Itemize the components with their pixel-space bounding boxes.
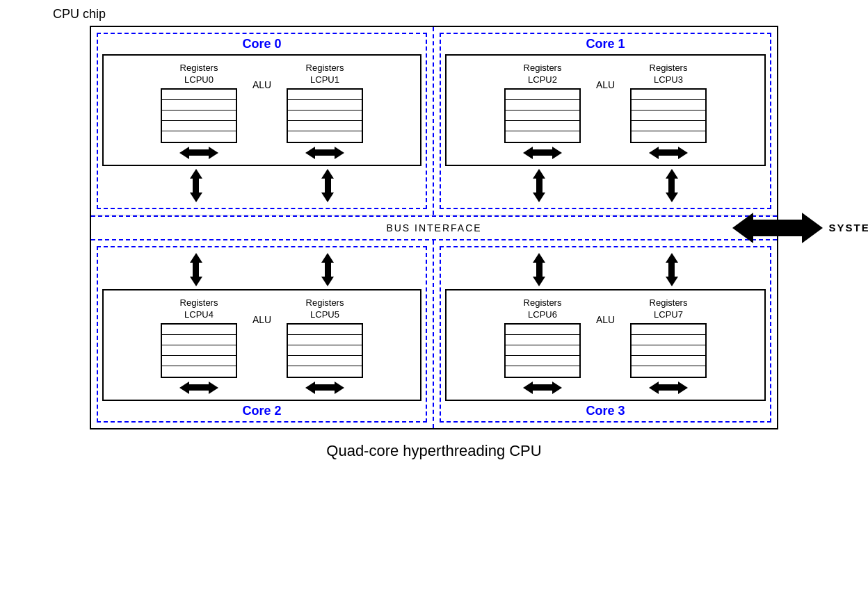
sys-bus-arrow-right-head bbox=[802, 213, 823, 243]
core1-v-arrows bbox=[445, 166, 766, 205]
core1-inner: RegistersLCPU2 bbox=[445, 54, 766, 166]
core3-inner: RegistersLCPU6 bbox=[445, 289, 766, 401]
lcpu0-h-arrow bbox=[179, 147, 218, 159]
lcpu7-registers bbox=[630, 323, 707, 378]
core2-border: RegistersLCPU4 bbox=[97, 246, 427, 423]
core1-varrow-right bbox=[666, 169, 678, 202]
top-cores-row: Core 0 RegistersLCPU0 bbox=[91, 27, 777, 215]
core0-alu-label: ALU bbox=[243, 63, 281, 90]
core0-varrow-right bbox=[321, 169, 334, 202]
lcpu4-label: RegistersLCPU4 bbox=[180, 297, 218, 321]
core1-varrow-left bbox=[533, 169, 545, 202]
core2-label: Core 2 bbox=[102, 404, 421, 418]
core1-alu-label: ALU bbox=[586, 63, 625, 90]
lcpu7-h-arrow bbox=[649, 382, 688, 394]
core0-region: Core 0 RegistersLCPU0 bbox=[91, 27, 434, 215]
core3-label: Core 3 bbox=[445, 404, 766, 418]
core3-border: RegistersLCPU6 bbox=[440, 246, 771, 423]
core1-label: Core 1 bbox=[445, 37, 766, 51]
lcpu3-label: RegistersLCPU3 bbox=[650, 63, 688, 86]
lcpu6-label: RegistersLCPU6 bbox=[524, 297, 562, 321]
core3-alu-label: ALU bbox=[586, 297, 625, 325]
core2-v-arrows-top bbox=[102, 250, 421, 289]
system-bus-arrow-group: SYSTEM BUS bbox=[732, 213, 868, 243]
core3-varrow-left bbox=[533, 253, 545, 286]
core0-label: Core 0 bbox=[102, 37, 421, 51]
core2-inner: RegistersLCPU4 bbox=[102, 289, 421, 401]
lcpu7-label: RegistersLCPU7 bbox=[650, 297, 688, 321]
lcpu0-registers bbox=[161, 88, 237, 143]
lcpu3-block: RegistersLCPU3 bbox=[630, 63, 707, 159]
lcpu5-block: RegistersLCPU5 bbox=[287, 297, 363, 394]
core2-varrow-right bbox=[321, 253, 334, 286]
lcpu6-h-arrow bbox=[523, 382, 562, 394]
lcpu5-registers bbox=[287, 323, 363, 378]
sys-bus-arrow-shaft bbox=[753, 220, 802, 236]
lcpu1-label: RegistersLCPU1 bbox=[306, 63, 344, 86]
core1-border: Core 1 RegistersLCPU2 bbox=[440, 33, 771, 209]
lcpu6-block: RegistersLCPU6 bbox=[504, 297, 581, 394]
lcpu2-registers bbox=[504, 88, 581, 143]
bus-interface-label: BUS INTERFACE bbox=[386, 222, 481, 234]
lcpu4-h-arrow bbox=[179, 382, 218, 394]
core3-varrow-right bbox=[666, 253, 678, 286]
core2-alu-label: ALU bbox=[243, 297, 281, 325]
core0-varrow-left bbox=[190, 169, 202, 202]
core0-border: Core 0 RegistersLCPU0 bbox=[97, 33, 427, 209]
core0-inner: RegistersLCPU0 bbox=[102, 54, 421, 166]
lcpu0-block: RegistersLCPU0 bbox=[161, 63, 237, 159]
lcpu5-h-arrow bbox=[305, 382, 344, 394]
lcpu2-block: RegistersLCPU2 bbox=[504, 63, 581, 159]
core1-region: Core 1 RegistersLCPU2 bbox=[434, 27, 777, 215]
lcpu2-label: RegistersLCPU2 bbox=[524, 63, 562, 86]
lcpu3-h-arrow bbox=[649, 147, 688, 159]
lcpu1-h-arrow bbox=[305, 147, 344, 159]
lcpu1-registers bbox=[287, 88, 363, 143]
core2-varrow-left bbox=[190, 253, 202, 286]
core3-v-arrows-top bbox=[445, 250, 766, 289]
bottom-cores-row: RegistersLCPU4 bbox=[91, 240, 777, 428]
bottom-caption: Quad-core hyperthreading CPU bbox=[51, 442, 817, 460]
lcpu2-h-arrow bbox=[523, 147, 562, 159]
core0-v-arrows bbox=[102, 166, 421, 205]
cpu-chip-box: Core 0 RegistersLCPU0 bbox=[90, 26, 778, 429]
lcpu6-registers bbox=[504, 323, 581, 378]
lcpu1-block: RegistersLCPU1 bbox=[287, 63, 363, 159]
lcpu4-registers bbox=[161, 323, 237, 378]
core2-region: RegistersLCPU4 bbox=[91, 240, 434, 428]
lcpu5-label: RegistersLCPU5 bbox=[306, 297, 344, 321]
page-wrapper: CPU chip Core 0 RegistersLCPU0 bbox=[0, 0, 868, 467]
lcpu4-block: RegistersLCPU4 bbox=[161, 297, 237, 394]
lcpu0-label: RegistersLCPU0 bbox=[180, 63, 218, 86]
lcpu3-registers bbox=[630, 88, 707, 143]
sys-bus-arrow-left-head bbox=[732, 213, 753, 243]
bus-interface-row: BUS INTERFACE SYSTEM BUS bbox=[91, 215, 777, 240]
cpu-chip-label: CPU chip bbox=[53, 7, 817, 22]
core3-region: RegistersLCPU6 bbox=[434, 240, 777, 428]
lcpu7-block: RegistersLCPU7 bbox=[630, 297, 707, 394]
system-bus-label: SYSTEM BUS bbox=[828, 222, 868, 234]
